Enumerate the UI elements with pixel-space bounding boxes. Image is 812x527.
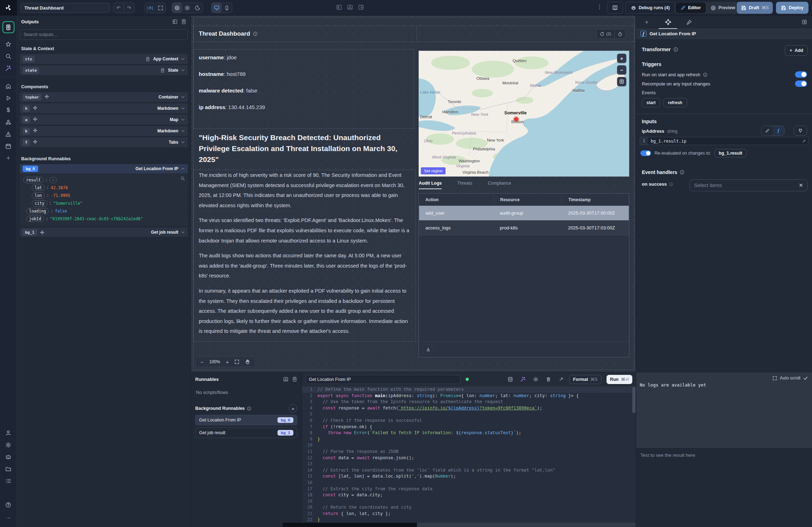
align-icon[interactable]: |0| xyxy=(145,3,155,13)
output-row-topbar[interactable]: topbarContainer xyxy=(20,92,188,102)
table-row[interactable]: access_logsprod-k8s2025-03-30T17:03:00Z xyxy=(419,221,629,235)
theme-auto-icon[interactable] xyxy=(172,3,182,13)
deploy-button[interactable]: Deploy xyxy=(776,2,808,14)
code-line-19[interactable]: 19 xyxy=(302,498,636,505)
script-settings-icon[interactable] xyxy=(533,377,538,382)
add-icon[interactable]: + xyxy=(2,152,14,164)
favorites-icon[interactable] xyxy=(2,38,14,50)
code-line-15[interactable]: 15 const [lat, lon] = data.loc.split(','… xyxy=(302,473,636,480)
app-editor-icon[interactable] xyxy=(2,21,14,33)
search-outputs-input[interactable] xyxy=(20,29,188,40)
ai-wand-icon[interactable] xyxy=(2,62,14,74)
theme-light-icon[interactable] xyxy=(182,3,192,13)
expand-logs-icon[interactable] xyxy=(772,376,777,381)
expand-editor-icon[interactable] xyxy=(559,377,564,382)
code-line-18[interactable]: 18 const city = data.city; xyxy=(302,492,636,498)
output-row-f[interactable]: fTabs xyxy=(20,137,188,147)
windmill-logo[interactable] xyxy=(0,0,17,16)
code-line-11[interactable]: 11 // Parse the response as JSON xyxy=(302,449,636,455)
user-icon[interactable] xyxy=(2,427,14,439)
component-topbar-container[interactable]: Threat Dashboard (2) xyxy=(194,26,634,42)
json-row-lon[interactable]: lon:-71.0995 xyxy=(32,192,184,199)
map-marker[interactable] xyxy=(514,118,518,121)
runnable-item-bg_0[interactable]: Get Location From IPbg_0 xyxy=(195,415,297,425)
mobile-view-icon[interactable] xyxy=(222,3,232,13)
code-line-12[interactable]: 12 const data = await response.json(); xyxy=(302,455,636,461)
component-markdown-headline[interactable]: "High-Risk Security Breach Detected: Una… xyxy=(194,132,414,165)
output-row-h[interactable]: hMarkdown xyxy=(20,103,188,113)
component-map[interactable]: QuébecOttawaMontréalNew BrunswickMaineNo… xyxy=(419,51,629,176)
json-row-lat[interactable]: lat:42.3876 xyxy=(32,184,184,192)
reeval-target-chip[interactable]: bg_1.result xyxy=(715,149,747,157)
tree-search-icon[interactable] xyxy=(180,176,185,181)
code-line-22[interactable]: 22} xyxy=(302,517,636,523)
code-line-20[interactable]: 20 // Return the coordinates and city xyxy=(302,504,636,511)
settings-gear-icon[interactable] xyxy=(2,439,14,451)
run-on-start-toggle[interactable] xyxy=(795,71,807,78)
component-markdown-body[interactable]: The incident is of high severity with a … xyxy=(194,170,416,341)
more-menu-icon[interactable]: ⋮ xyxy=(597,4,603,10)
zoom-out-icon[interactable]: − xyxy=(201,359,204,365)
debug-runs-button[interactable]: Debug runs (4) xyxy=(626,2,675,14)
pan-hand-icon[interactable] xyxy=(245,359,250,364)
tab-audit-logs[interactable]: Audit Logs xyxy=(419,181,442,189)
ai-assistant-icon[interactable] xyxy=(2,451,14,463)
add-runnable-button[interactable]: + xyxy=(289,404,297,413)
table-row[interactable]: add_useraudit-group2025-03-30T17:00:00Z xyxy=(419,206,629,221)
folder-icon[interactable] xyxy=(2,463,14,475)
code-line-17[interactable]: 17 // Extract the city from the response… xyxy=(302,486,636,492)
dock-panel-icon[interactable] xyxy=(172,19,178,24)
collapse-rail-icon[interactable]: → xyxy=(2,511,14,523)
variables-icon[interactable]: $ xyxy=(2,104,14,116)
code-vertical-scrollbar[interactable] xyxy=(632,387,635,413)
fit-view-icon[interactable] xyxy=(234,359,239,364)
tab-preview[interactable]: Preview xyxy=(706,2,740,13)
run-button[interactable]: Run⌘⏎ xyxy=(607,375,632,384)
event-chip-start[interactable]: start xyxy=(642,98,660,107)
resources-icon[interactable] xyxy=(2,116,14,128)
redo-button[interactable]: ↷ xyxy=(124,3,134,13)
database-icon[interactable] xyxy=(508,377,513,382)
tab-insert[interactable]: + xyxy=(636,16,657,29)
runnable-item-bg_1[interactable]: Get job resultbg_1 xyxy=(195,427,297,438)
component-markdown-info[interactable]: username: jdoehostname: host789malware d… xyxy=(194,49,414,128)
auto-scroll-checkbox[interactable] xyxy=(803,376,808,381)
tab-threats[interactable]: Threats xyxy=(457,181,472,189)
expr-editor[interactable]: 1 bg_1.result.ip xyxy=(640,137,808,145)
list-icon[interactable] xyxy=(2,475,14,487)
col-action[interactable]: Action xyxy=(419,197,494,203)
toggle-left-panel-icon[interactable] xyxy=(336,4,342,10)
app-canvas[interactable]: Threat Dashboard (2) username: jdoehostn… xyxy=(191,16,636,372)
collapse-node-button[interactable]: - xyxy=(49,177,57,183)
recompute-toggle[interactable] xyxy=(795,80,807,87)
expand-expr-icon[interactable] xyxy=(802,139,806,143)
bg0-output-row[interactable]: bg_0 Get Location From IP xyxy=(20,164,188,173)
json-row-city[interactable]: city:"Somerville" xyxy=(32,199,184,207)
output-row-a[interactable]: aMap xyxy=(20,115,188,125)
help-icon[interactable] xyxy=(2,499,14,511)
recompute-timer-icon[interactable] xyxy=(615,29,626,38)
map-fit-button[interactable] xyxy=(617,77,626,86)
theme-dark-icon[interactable] xyxy=(192,3,203,13)
map-image[interactable] xyxy=(419,51,629,176)
code-line-14[interactable]: 14 // Extract the coordinates from the '… xyxy=(302,467,636,474)
tab-settings[interactable] xyxy=(657,16,679,29)
bg0-badge[interactable]: bg_0 xyxy=(23,166,38,172)
col-timestamp[interactable]: Timestamp xyxy=(562,197,629,203)
add-transformer-button[interactable]: + Add xyxy=(785,45,808,56)
doc-icon[interactable] xyxy=(292,377,297,382)
collapse-right-panel-icon[interactable] xyxy=(802,19,807,25)
json-row-loading[interactable]: loading:false xyxy=(26,207,184,215)
code-area[interactable]: 1// Define the main function with the re… xyxy=(302,386,636,523)
toggle-right-panel-icon[interactable] xyxy=(358,4,364,10)
col-resource[interactable]: Resource xyxy=(494,197,562,203)
code-line-4[interactable]: 4 const response = await fetch(`https://… xyxy=(302,405,636,412)
json-row-result[interactable]: result: - xyxy=(23,176,184,184)
tab-editor[interactable]: Editor xyxy=(676,2,706,13)
code-line-2[interactable]: 2export async function main(ipAddress: s… xyxy=(302,393,636,399)
toggle-bottom-panel-icon[interactable] xyxy=(347,4,353,10)
app-title-input[interactable] xyxy=(20,3,110,13)
home-icon[interactable] xyxy=(2,80,14,92)
selected-component-header[interactable]: f Get Location From IP xyxy=(636,29,812,39)
code-line-9[interactable]: 9} xyxy=(302,436,636,443)
